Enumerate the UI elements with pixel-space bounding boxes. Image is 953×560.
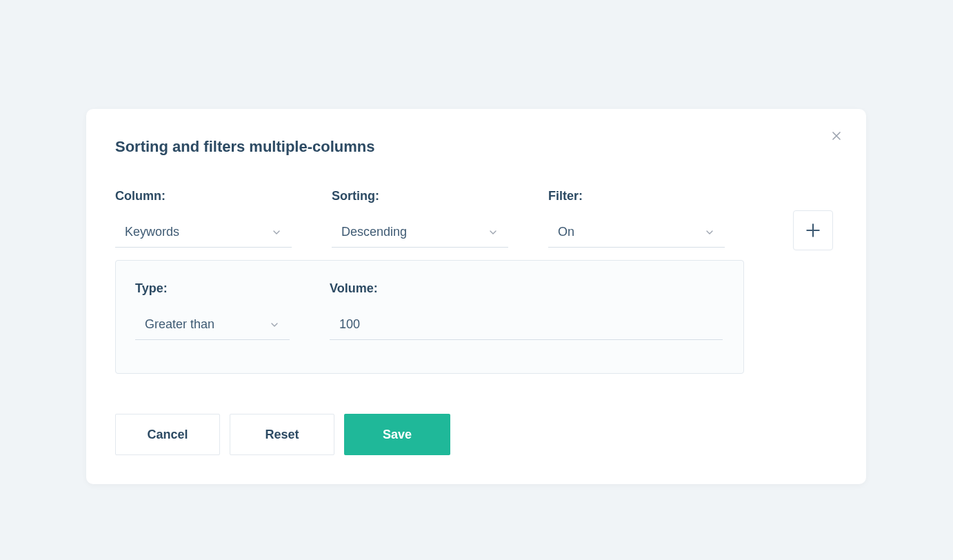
volume-label: Volume: xyxy=(330,281,723,296)
column-select[interactable]: Keywords xyxy=(115,217,292,248)
reset-button[interactable]: Reset xyxy=(230,414,334,455)
filter-value: On xyxy=(558,225,574,239)
chevron-down-icon xyxy=(704,227,715,238)
chevron-down-icon xyxy=(271,227,282,238)
type-field: Type: Greater than xyxy=(135,281,290,340)
sorting-select[interactable]: Descending xyxy=(332,217,508,248)
modal-title: Sorting and filters multiple-columns xyxy=(115,138,833,156)
sorting-value: Descending xyxy=(341,225,407,239)
sorting-filters-modal: Sorting and filters multiple-columns Col… xyxy=(86,109,866,484)
top-row: Column: Keywords Sorting: Descending Fil… xyxy=(115,189,833,248)
sorting-label: Sorting: xyxy=(332,189,508,203)
save-button[interactable]: Save xyxy=(344,414,450,455)
sorting-field: Sorting: Descending xyxy=(332,189,508,248)
type-select[interactable]: Greater than xyxy=(135,310,290,340)
column-field: Column: Keywords xyxy=(115,189,292,248)
chevron-down-icon xyxy=(269,319,280,330)
volume-input[interactable] xyxy=(330,310,723,340)
filter-sub-panel: Type: Greater than Volume: xyxy=(115,260,744,374)
column-label: Column: xyxy=(115,189,292,203)
volume-field: Volume: xyxy=(330,281,723,340)
column-value: Keywords xyxy=(125,225,179,239)
sub-row: Type: Greater than Volume: xyxy=(135,281,724,340)
type-value: Greater than xyxy=(145,317,214,332)
chevron-down-icon xyxy=(488,227,499,238)
filter-select[interactable]: On xyxy=(548,217,725,248)
close-button[interactable] xyxy=(826,126,847,146)
button-row: Cancel Reset Save xyxy=(115,414,833,455)
type-label: Type: xyxy=(135,281,290,296)
close-icon xyxy=(830,129,843,143)
plus-icon xyxy=(804,221,822,239)
add-button[interactable] xyxy=(793,210,833,250)
filter-field: Filter: On xyxy=(548,189,725,248)
cancel-button[interactable]: Cancel xyxy=(115,414,220,455)
filter-label: Filter: xyxy=(548,189,725,203)
